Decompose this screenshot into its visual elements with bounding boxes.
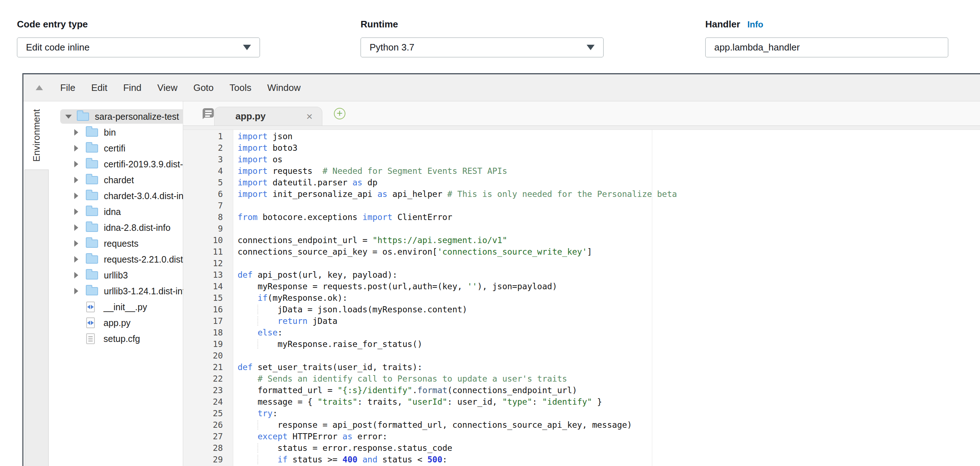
menu-goto[interactable]: Goto [193, 82, 213, 94]
chevron-right-icon[interactable] [74, 177, 78, 183]
line-number: 25 [183, 407, 223, 419]
tree-row-folder-requests-2.21.0.dist-info[interactable]: requests-2.21.0.dist-info [50, 251, 183, 267]
tree-folder-label: urllib3 [104, 270, 128, 281]
chevron-right-icon[interactable] [74, 208, 78, 215]
dropdown-arrow-icon [243, 45, 251, 50]
line-number: 19 [183, 338, 223, 350]
menu-view[interactable]: View [157, 82, 177, 94]
tree-files: __init__.pyapp.pysetup.cfg [50, 299, 183, 347]
tree-root-label: sara-personalize-test [95, 111, 179, 122]
tab-bar: app.py × + [183, 101, 980, 126]
chevron-right-icon[interactable] [74, 256, 78, 262]
tree-row-folder-chardet-3.0.4.dist-info[interactable]: chardet-3.0.4.dist-info [50, 188, 183, 204]
line-number: 1 [183, 130, 223, 142]
tree-row-folder-requests[interactable]: requests [50, 235, 183, 251]
environment-tab[interactable]: Environment [24, 101, 50, 170]
lambda-code-editor-page: Code entry type Edit code inline Runtime… [0, 0, 980, 466]
code-line-1: import json [238, 130, 980, 142]
tab-list-icon[interactable] [200, 108, 214, 120]
folder-icon [86, 255, 98, 264]
code-line-18: else: [238, 327, 980, 338]
tree-row-file-app.py[interactable]: app.py [50, 315, 183, 331]
line-number: 7 [183, 200, 223, 212]
menu-file[interactable]: File [60, 82, 75, 94]
code-lines[interactable]: import jsonimport boto3import osimport r… [233, 130, 980, 466]
handler-input[interactable]: app.lambda_handler [705, 38, 948, 57]
editor-main: app.py × + 12345678910111213141516171819… [183, 101, 980, 466]
chevron-right-icon[interactable] [74, 145, 78, 151]
code-editor[interactable]: 1234567891011121314151617181920212223242… [183, 130, 980, 466]
code-line-12 [238, 258, 980, 269]
line-number: 18 [183, 327, 223, 338]
menu-find[interactable]: Find [123, 82, 142, 94]
line-number: 9 [183, 223, 223, 234]
new-tab-button[interactable]: + [334, 108, 345, 119]
line-number: 23 [183, 385, 223, 396]
runtime-select[interactable]: Python 3.7 [361, 38, 604, 57]
code-line-8: from botocore.exceptions import ClientEr… [238, 212, 980, 223]
menu-tools[interactable]: Tools [230, 82, 252, 94]
tree-row-folder-idna-2.8.dist-info[interactable]: idna-2.8.dist-info [50, 219, 183, 235]
code-line-6: import init_personalize_api as api_helpe… [238, 188, 980, 200]
handler-info-link[interactable]: Info [748, 19, 763, 30]
line-number: 11 [183, 246, 223, 258]
indent-guide [258, 305, 258, 314]
chevron-right-icon[interactable] [74, 272, 78, 278]
folder-icon [86, 176, 98, 184]
tree-row-folder-certifi[interactable]: certifi [50, 140, 183, 156]
line-number: 17 [183, 315, 223, 327]
dock-background [24, 170, 49, 466]
chevron-right-icon[interactable] [74, 161, 78, 167]
code-entry-type-value: Edit code inline [26, 42, 89, 53]
tab-app-py[interactable]: app.py × [214, 107, 322, 126]
line-number: 6 [183, 188, 223, 200]
chevron-right-icon[interactable] [74, 288, 78, 294]
tree-row-folder-chardet[interactable]: chardet [50, 172, 183, 188]
collapse-editor-icon[interactable] [36, 85, 43, 90]
runtime-label: Runtime [361, 19, 604, 30]
indent-guide [258, 443, 258, 453]
code-line-3: import os [238, 154, 980, 165]
indent-guide [258, 316, 258, 326]
code-line-22: # Sends an identify call to Personas to … [238, 373, 980, 385]
line-number: 14 [183, 281, 223, 292]
code-entry-type-select[interactable]: Edit code inline [17, 38, 260, 57]
line-number: 13 [183, 269, 223, 281]
tabbar-shadow-strip [183, 126, 980, 130]
tree-folder-label: certifi [104, 143, 126, 154]
tree-folder-label: idna [104, 207, 121, 217]
code-line-20 [238, 350, 980, 361]
tree-row-folder-bin[interactable]: bin [50, 124, 183, 140]
tab-label: app.py [235, 111, 266, 122]
indent-guide [258, 339, 258, 349]
line-number: 29 [183, 454, 223, 465]
folder-icon [86, 240, 98, 248]
close-tab-icon[interactable]: × [306, 110, 313, 122]
tree-file-label: __init__.py [103, 302, 147, 312]
tree-row-file-setup.cfg[interactable]: setup.cfg [50, 331, 183, 347]
tree-row-root[interactable]: sara-personalize-test [50, 108, 183, 124]
config-file-icon [86, 333, 95, 344]
line-number: 22 [183, 373, 223, 385]
tree-row-folder-idna[interactable]: idna [50, 204, 183, 219]
python-file-icon [86, 302, 95, 312]
menu-window[interactable]: Window [267, 82, 300, 94]
menu-edit[interactable]: Edit [91, 82, 107, 94]
code-line-13: def api_post(url, key, payload): [238, 269, 980, 281]
chevron-right-icon[interactable] [74, 240, 78, 247]
chevron-down-icon[interactable] [65, 115, 72, 119]
chevron-right-icon[interactable] [74, 192, 78, 199]
folder-icon [86, 144, 98, 153]
chevron-right-icon[interactable] [74, 224, 78, 231]
line-number: 28 [183, 442, 223, 454]
tree-row-folder-urllib3[interactable]: urllib3 [50, 267, 183, 283]
environment-tab-label: Environment [31, 109, 42, 162]
code-line-28: status = error.response.status_code [238, 442, 980, 454]
tree-file-label: setup.cfg [103, 334, 140, 344]
tree-row-file-__init__.py[interactable]: __init__.py [50, 299, 183, 315]
code-entry-type-field: Code entry type Edit code inline [17, 19, 260, 57]
tree-row-folder-urllib3-1.24.1.dist-info[interactable]: urllib3-1.24.1.dist-info [50, 283, 183, 299]
tree-row-folder-certifi-2019.3.9.dist-info[interactable]: certifi-2019.3.9.dist-info [50, 156, 183, 172]
chevron-right-icon[interactable] [74, 129, 78, 136]
code-line-24: message = { "traits": traits, "userId": … [238, 396, 980, 407]
